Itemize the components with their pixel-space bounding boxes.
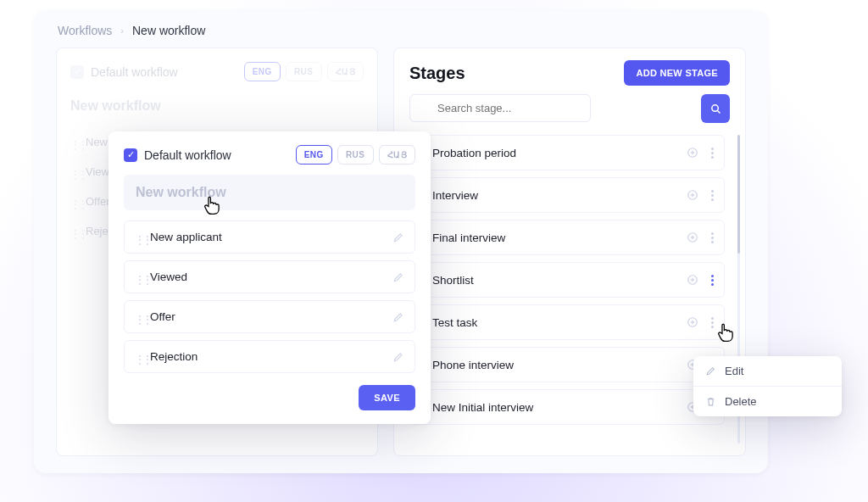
add-icon[interactable] — [687, 231, 698, 243]
drag-handle-icon[interactable] — [70, 138, 77, 147]
svg-point-2 — [711, 104, 718, 111]
default-workflow-checkbox[interactable]: ✓ Default workflow — [124, 148, 231, 162]
add-icon[interactable] — [687, 316, 698, 328]
chevron-right-icon: › — [120, 25, 124, 36]
stage-list: Probation period Interview Final intervi… — [409, 135, 730, 443]
editor-stage-item[interactable]: New applicant — [124, 220, 415, 254]
default-workflow-checkbox[interactable]: ✓ Default workflow — [70, 65, 178, 79]
checkbox-icon: ✓ — [124, 148, 137, 162]
stage-name: Test task — [432, 316, 477, 329]
more-icon[interactable] — [707, 146, 717, 159]
more-icon[interactable] — [707, 231, 717, 244]
pencil-icon[interactable] — [392, 311, 404, 323]
pencil-icon[interactable] — [392, 351, 404, 363]
workflow-editor-card: ✓ Default workflow ENG RUS ՀԱՅ New appli… — [108, 131, 431, 424]
add-new-stage-button[interactable]: ADD NEW STAGE — [624, 60, 730, 86]
cursor-hand-icon — [715, 321, 737, 343]
stage-name: New Initial interview — [432, 401, 533, 414]
stage-row[interactable]: Test task — [409, 304, 725, 340]
checkbox-icon: ✓ — [70, 65, 84, 79]
editor-stage-item[interactable]: Offer — [124, 300, 415, 333]
drag-handle-icon[interactable] — [135, 273, 142, 282]
stage-name: New applicant — [150, 231, 222, 243]
more-icon[interactable] — [707, 188, 717, 202]
search-button[interactable] — [701, 94, 730, 123]
drag-handle-icon[interactable] — [135, 313, 142, 321]
drag-handle-icon[interactable] — [70, 198, 77, 206]
language-switcher: ENG RUS ՀԱՅ — [244, 62, 364, 81]
search-stage-input[interactable] — [409, 94, 591, 122]
pencil-icon[interactable] — [392, 231, 404, 243]
menu-edit[interactable]: Edit — [693, 356, 842, 386]
default-workflow-label: Default workflow — [144, 148, 231, 162]
stage-name: Shortlist — [432, 274, 474, 287]
drag-handle-icon[interactable] — [70, 227, 77, 236]
stages-title: Stages — [409, 64, 465, 83]
cursor-hand-icon — [201, 193, 223, 215]
stage-name: Phone interview — [432, 359, 514, 371]
add-icon[interactable] — [687, 147, 698, 159]
editor-stage-item[interactable]: Viewed — [124, 260, 415, 293]
stage-name: Offer — [150, 310, 175, 323]
default-workflow-label: Default workflow — [91, 65, 178, 79]
stage-name: Rejection — [150, 350, 198, 363]
stage-context-menu: Edit Delete — [693, 356, 842, 416]
workflow-name-input[interactable] — [124, 175, 415, 210]
lang-hay[interactable]: ՀԱՅ — [327, 62, 364, 81]
svg-line-3 — [717, 110, 720, 113]
lang-eng[interactable]: ENG — [296, 145, 332, 165]
language-switcher: ENG RUS ՀԱՅ — [296, 145, 415, 165]
pencil-icon[interactable] — [392, 271, 404, 283]
drag-handle-icon[interactable] — [135, 353, 142, 361]
breadcrumb-root[interactable]: Workflows — [58, 24, 112, 37]
stage-row[interactable]: Final interview — [409, 220, 725, 255]
stage-name: Viewed — [150, 271, 187, 283]
more-icon[interactable] — [707, 273, 717, 287]
stage-name: Interview — [432, 189, 478, 202]
menu-edit-label: Edit — [725, 365, 743, 377]
breadcrumb: Workflows › New workflow — [58, 24, 746, 37]
trash-icon — [705, 396, 716, 407]
lang-rus[interactable]: RUS — [286, 62, 322, 81]
stage-row[interactable]: Phone interview — [409, 347, 725, 382]
save-button[interactable]: SAVE — [359, 385, 415, 410]
lang-hay[interactable]: ՀԱՅ — [379, 145, 416, 165]
add-icon[interactable] — [687, 274, 698, 286]
lang-eng[interactable]: ENG — [244, 62, 281, 81]
stage-row[interactable]: Shortlist — [409, 262, 725, 298]
scrollbar-thumb[interactable] — [737, 135, 740, 254]
menu-delete[interactable]: Delete — [693, 386, 842, 416]
drag-handle-icon[interactable] — [135, 233, 142, 242]
editor-stage-item[interactable]: Rejection — [124, 340, 415, 373]
workflow-title: New workflow — [70, 98, 364, 114]
add-icon[interactable] — [687, 189, 698, 201]
breadcrumb-current: New workflow — [132, 24, 205, 37]
menu-delete-label: Delete — [725, 395, 757, 408]
stage-row[interactable]: New Initial interview — [409, 389, 725, 425]
lang-rus[interactable]: RUS — [337, 145, 374, 165]
stage-name: Final interview — [432, 231, 505, 244]
stage-name: Probation period — [432, 147, 516, 159]
drag-handle-icon[interactable] — [70, 168, 77, 176]
stage-row[interactable]: Interview — [409, 177, 725, 213]
stage-row[interactable]: Probation period — [409, 135, 725, 170]
pencil-icon — [705, 365, 716, 376]
